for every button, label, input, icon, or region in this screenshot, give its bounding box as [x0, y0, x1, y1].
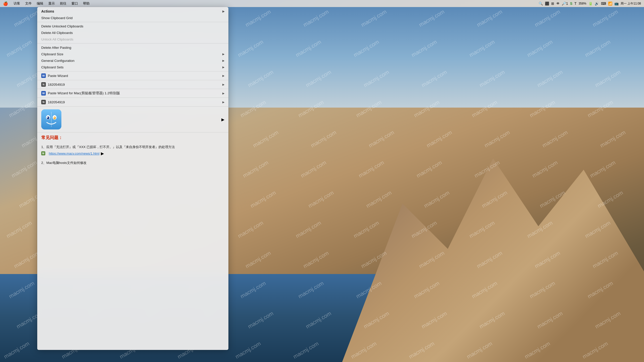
number-item-2[interactable]: N 182054919 ▶ — [37, 99, 228, 106]
t-icon[interactable]: T — [574, 2, 577, 6]
delete-unlocked-item[interactable]: Delete Unlocked Clipboards — [37, 23, 228, 29]
watermark: macmj.com — [526, 220, 554, 240]
keyboard-icon[interactable]: ⌨ — [601, 2, 606, 6]
finder-icon-container[interactable]: ▶ — [37, 107, 228, 131]
number-item-1[interactable]: N 182054919 ▶ — [37, 81, 228, 88]
faq-1-link[interactable]: https://www.macv.com/news/1.html — [49, 152, 99, 155]
watermark: macmj.com — [307, 190, 335, 209]
actions-label: Actions — [41, 9, 54, 13]
paste-wizard-item[interactable]: W Paste Wizard ▶ — [37, 72, 228, 79]
delete-all-item[interactable]: Delete All Clipboards — [37, 29, 228, 36]
paste-wizard-mac-item[interactable]: W Paste Wizard for Mac(剪贴板管理器) 1.2特别版 ▶ — [37, 90, 228, 97]
watermark: macmj.com — [295, 220, 322, 240]
watermark: macmj.com — [466, 340, 493, 360]
watermark: macmj.com — [591, 250, 619, 270]
search-count-icon[interactable]: 🔎1 — [562, 2, 568, 6]
number-2-arrow: ▶ — [222, 101, 224, 104]
s-icon[interactable]: S — [570, 2, 572, 6]
svg-point-8 — [54, 117, 55, 118]
watermark: macmj.com — [529, 280, 556, 300]
watermark: macmj.com — [368, 129, 395, 149]
watermark: macmj.com — [468, 220, 496, 240]
watermark: macmj.com — [13, 250, 41, 270]
watermark: macmj.com — [249, 190, 277, 209]
watermark: macmj.com — [418, 250, 446, 270]
watermark: macmj.com — [418, 9, 446, 28]
delete-unlocked-label: Delete Unlocked Clipboards — [41, 24, 83, 28]
watermark: macmj.com — [471, 99, 498, 119]
watermark: macmj.com — [363, 310, 390, 330]
menubar-item-go[interactable]: 前往 — [58, 1, 68, 6]
faq-2-number: 2、 — [41, 161, 46, 165]
general-configuration-item[interactable]: General Configuration ▶ — [37, 57, 228, 64]
watermark: macmj.com — [252, 129, 279, 149]
watermark: macmj.com — [365, 190, 393, 209]
wifi-icon[interactable]: 📶 — [608, 2, 612, 6]
watermark: macmj.com — [237, 220, 264, 240]
unlock-all-item[interactable]: Unlock All Clipboards — [37, 36, 228, 42]
watermark: macmj.com — [531, 159, 559, 179]
watermark: macmj.com — [357, 159, 385, 179]
watermark: macmj.com — [413, 99, 440, 119]
general-configuration-label: General Configuration — [41, 59, 74, 63]
watermark: macmj.com — [596, 190, 624, 209]
watermark: macmj.com — [476, 9, 503, 28]
watermark: macmj.com — [420, 69, 448, 89]
watermark: macmj.com — [8, 280, 35, 300]
watermark: macmj.com — [594, 69, 622, 89]
watermark: macmj.com — [536, 310, 564, 330]
apple-menu[interactable]: 🍎 — [3, 1, 8, 6]
faq-1-arrow: ▶ — [101, 151, 104, 156]
show-clipboard-grid-item[interactable]: Show Clipboard Grid — [37, 15, 228, 21]
watermark: macmj.com — [239, 280, 267, 300]
menubar-item-view[interactable]: 显示 — [46, 1, 57, 6]
audio-icon[interactable]: 🔊 — [595, 2, 599, 6]
clipboard-size-item[interactable]: Clipboard Size ▶ — [37, 51, 228, 57]
watermark: macmj.com — [413, 280, 440, 300]
menubar-item-file[interactable]: 文件 — [23, 1, 34, 6]
screen-mirror-icon[interactable]: 📺 — [614, 2, 619, 6]
watermark: macmj.com — [410, 39, 438, 59]
menubar-item-window[interactable]: 窗口 — [69, 1, 80, 6]
grid-icon[interactable]: ⊞ — [551, 2, 554, 6]
faq-1-link-row: M https://www.macv.com/news/1.html ▶ — [41, 151, 224, 156]
battery-icon: 🔋 — [588, 2, 593, 6]
menubar-item-guest[interactable]: 访客 — [12, 1, 22, 6]
watermark: macmj.com — [8, 99, 35, 119]
faq-2-content: Mac电脑hosts文件如何修改 — [46, 161, 87, 165]
watermark: macmj.com — [410, 220, 438, 240]
separator-6 — [37, 98, 228, 98]
watermark: macmj.com — [468, 39, 496, 59]
number-1-arrow: ▶ — [222, 83, 224, 86]
finder-icon-menubar[interactable]: 🔍 — [539, 2, 543, 6]
number-1-label: 182054919 — [48, 83, 65, 86]
clipboard-size-label: Clipboard Size — [41, 52, 63, 56]
svg-point-4 — [47, 116, 49, 119]
watermark: macmj.com — [292, 340, 320, 360]
actions-header[interactable]: Actions ▶ — [37, 8, 228, 15]
eye-icon[interactable]: 👁 — [556, 2, 560, 6]
paste-wizard-mac-icon: W — [41, 91, 46, 96]
delete-all-label: Delete All Clipboards — [41, 31, 73, 35]
menubar-item-help[interactable]: 帮助 — [81, 1, 92, 6]
faq-1-icon: M — [41, 151, 45, 155]
watermark: macmj.com — [5, 220, 33, 240]
watermark: macmj.com — [524, 340, 551, 360]
watermark: macmj.com — [536, 69, 564, 89]
menubar-item-edit[interactable]: 编辑 — [35, 1, 45, 6]
clipboard-size-arrow: ▶ — [222, 53, 224, 56]
watermark: macmj.com — [305, 69, 332, 89]
watermark: macmj.com — [355, 99, 383, 119]
watermark: macmj.com — [539, 190, 566, 209]
finder-arrow: ▶ — [221, 117, 224, 122]
general-config-arrow: ▶ — [222, 59, 224, 62]
menubar-right: 🔍 ⬛ ⊞ 👁 🔎1 S T 358% 🔋 🔊 ⌨ 📶 📺 周一 上午11:08 — [539, 2, 641, 6]
watermark: macmj.com — [471, 280, 498, 300]
clipboard-sets-item[interactable]: Clipboard Sets ▶ — [37, 64, 228, 70]
screen-record-icon[interactable]: ⬛ — [545, 2, 549, 6]
delete-after-pasting-item[interactable]: Delete After Pasting — [37, 44, 228, 51]
watermark: macmj.com — [295, 39, 322, 59]
watermark: macmj.com — [420, 310, 448, 330]
watermark: macmj.com — [415, 159, 443, 179]
watermark: macmj.com — [247, 310, 274, 330]
